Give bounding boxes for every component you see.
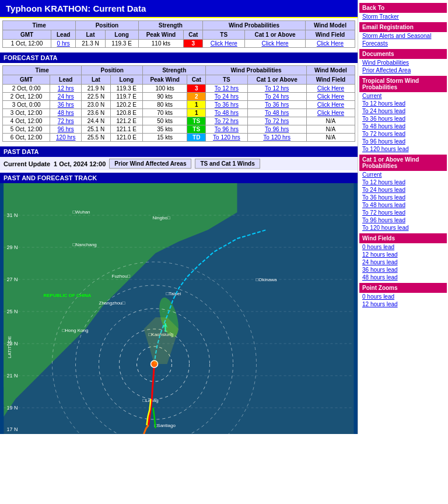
wind-field-links-link-3[interactable]: 36 hours lead [359,266,447,274]
fcst-ts-2[interactable]: To 36 hrs [206,101,247,109]
sidebar-email-link2[interactable]: Forecasts [359,40,447,47]
fcst-wf-0[interactable]: Click Here [306,85,355,93]
point-zoom-links-link-0[interactable]: 0 hours lead [359,293,447,300]
fcst-cat1-5[interactable]: To 96 hrs [247,125,306,134]
cat1-wind-links-link-5[interactable]: To 72 hours lead [359,209,447,216]
cat1-wind-links-link-1[interactable]: To 12 hours lead [359,178,447,186]
fcst-ts-6[interactable]: To 120 hrs [206,134,247,142]
col-wind-model: Wind Model [305,21,355,30]
fcst-cat1-0[interactable]: To 12 hrs [247,85,306,93]
map-container: 31 N 29 N 27 N 25 N 23 N 21 N 19 N 17 N … [0,183,358,434]
cat1-wind-links-link-7[interactable]: To 120 hours lead [359,224,447,232]
ts-wind-links-link-1[interactable]: To 12 hours lead [359,100,447,107]
fcst-lead-2[interactable]: 36 hrs [50,101,82,109]
cat1-wind-links-link-2[interactable]: To 24 hours lead [359,186,447,194]
current-lead[interactable]: 0 hrs [51,40,76,48]
past-data-row: Current Update 1 Oct, 2024 12:00 Prior W… [0,157,358,170]
fcst-gmt-4: 4 Oct, 12:00 [3,117,50,125]
col-ts: TS [203,30,245,40]
current-peak-wind: 110 kts [138,40,184,48]
fcst-hdr-gmt: GMT [3,75,50,85]
fcst-cat1-2[interactable]: To 36 hrs [247,101,306,109]
fcst-lat-5: 25.1 N [82,125,110,134]
ts-wind-links: CurrentTo 12 hours leadTo 24 hours leadT… [359,92,447,153]
fcst-hdr-peak: Peak Wind [143,75,187,85]
wind-field-links-link-0[interactable]: 0 hours lead [359,243,447,251]
fcst-peak-3: 70 kts [143,109,187,117]
fcst-hdr-cat1: Cat 1 or Above [247,75,306,85]
sidebar-docs-header: Documents [359,49,447,59]
fcst-peak-1: 90 kts [143,93,187,101]
cat1-wind-links-link-4[interactable]: To 48 hours lead [359,201,447,209]
fcst-lead-4[interactable]: 72 hrs [50,117,82,125]
fcst-wf-2[interactable]: Click Here [306,101,355,109]
ts-wind-links-link-2[interactable]: To 24 hours lead [359,107,447,115]
ts-cat1-winds-btn[interactable]: TS and Cat 1 Winds [195,159,260,169]
fcst-ts-4[interactable]: To 72 hrs [206,117,247,125]
wind-field-links-link-2[interactable]: 24 hours lead [359,258,447,266]
ts-wind-links-link-4[interactable]: To 48 hours lead [359,123,447,130]
fcst-peak-2: 80 kts [143,101,187,109]
sidebar-wind-prob-link[interactable]: Wind Probabilities [359,59,447,66]
fcst-cat1-4[interactable]: To 72 hrs [247,117,306,125]
wind-field-links-link-4[interactable]: 48 hours lead [359,274,447,281]
current-wf-link[interactable]: Click Here [305,40,355,48]
ts-wind-links-link-3[interactable]: To 36 hours lead [359,115,447,123]
track-section-header: PAST AND FORECAST TRACK [0,173,358,183]
svg-text:Ningbo□: Ningbo□ [153,215,170,220]
ts-wind-links-link-6[interactable]: To 96 hours lead [359,138,447,145]
fcst-wf-4: N/A [306,117,355,125]
fcst-lead-5[interactable]: 96 hrs [50,125,82,134]
svg-text:25 N: 25 N [7,309,18,314]
cat1-wind-links-link-6[interactable]: To 96 hours lead [359,216,447,224]
fcst-cat-0: 3 [187,85,206,93]
fcst-wf-5: N/A [306,125,355,134]
fcst-cat1-6[interactable]: To 120 hrs [247,134,306,142]
ts-wind-links-link-7[interactable]: To 120 hours lead [359,145,447,153]
current-ts-link[interactable]: Click Here [203,40,245,48]
wind-field-links-link-1[interactable]: 12 hours lead [359,251,447,258]
fcst-lat-1: 22.5 N [82,93,110,101]
fcst-cat1-1[interactable]: To 24 hrs [247,93,306,101]
svg-text:19 N: 19 N [7,405,18,411]
svg-text:21 N: 21 N [7,373,18,379]
current-lat: 21.3 N [76,40,105,48]
sidebar: Back To Storm Tracker Email Registration… [358,0,448,434]
fcst-ts-0[interactable]: To 12 hrs [206,85,247,93]
fcst-lead-3[interactable]: 48 hrs [50,109,82,117]
forecast-table-wrapper: Time Position Strength Wind Probabilitie… [0,63,358,144]
fcst-wf-1[interactable]: Click Here [306,93,355,101]
sidebar-point-zooms-header: Point Zooms [359,283,447,293]
sidebar-email-link1[interactable]: Storm Alerts and Seasonal [359,32,447,40]
cat1-wind-links: CurrentTo 12 hours leadTo 24 hours leadT… [359,171,447,232]
fcst-ts-5[interactable]: To 96 hrs [206,125,247,134]
fcst-cat1-3[interactable]: To 48 hrs [247,109,306,117]
ts-wind-links-link-5[interactable]: To 72 hours lead [359,130,447,138]
svg-text:29 N: 29 N [7,244,18,250]
cat1-wind-links-link-0[interactable]: Current [359,171,447,178]
point-zoom-links-link-1[interactable]: 12 hours lead [359,300,447,308]
prior-wind-affected-btn[interactable]: Prior Wind Affected Areas [109,159,191,169]
fcst-lead-0[interactable]: 12 hrs [50,85,82,93]
forecast-section-header: FORECAST DATA [0,52,358,63]
svg-text:27 N: 27 N [7,276,18,282]
fcst-gmt-2: 3 Oct, 0:00 [3,101,50,109]
fcst-wf-3[interactable]: Click Here [306,109,355,117]
ts-wind-links-link-0[interactable]: Current [359,92,447,100]
current-data-table-wrapper: Time Position Strength Wind Probabilitie… [0,18,358,50]
fcst-lead-6[interactable]: 120 hrs [50,134,82,142]
cat1-wind-links-link-3[interactable]: To 36 hours lead [359,194,447,201]
current-cat: 3 [184,40,203,48]
fcst-hdr-lead: Lead [50,75,82,85]
current-cat1-link[interactable]: Click Here [245,40,306,48]
fcst-col-strength: Strength [143,66,206,75]
fcst-ts-1[interactable]: To 24 hrs [206,93,247,101]
page-title: Typhoon KRATHON: Current Data [0,0,358,18]
fcst-hdr-lat: Lat [82,75,110,85]
fcst-lead-1[interactable]: 24 hrs [50,93,82,101]
sidebar-storm-tracker-link[interactable]: Storm Tracker [359,13,447,20]
fcst-ts-3[interactable]: To 48 hrs [206,109,247,117]
fcst-long-6: 121.0 E [110,134,143,142]
current-data-table: Time Position Strength Wind Probabilitie… [2,20,355,48]
sidebar-prior-affected-link[interactable]: Prior Affected Area [359,66,447,74]
